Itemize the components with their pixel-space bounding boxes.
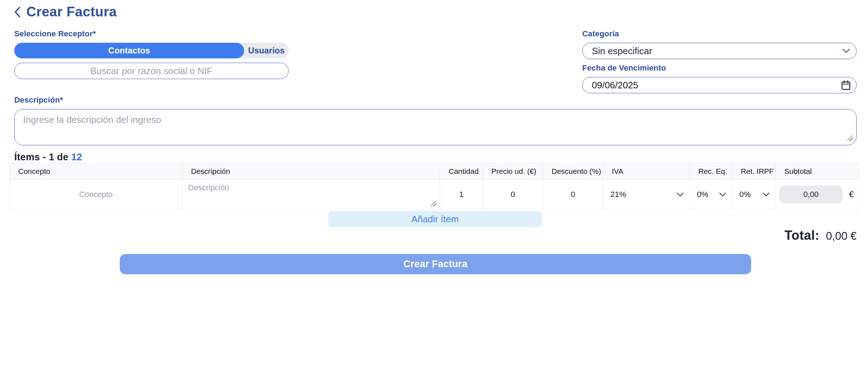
col-header-iva: IVA: [603, 163, 690, 180]
receptor-label: Seleccione Receptor*: [14, 29, 289, 38]
chevron-down-icon: [719, 192, 726, 197]
chevron-down-icon: [842, 48, 851, 53]
table-header-row: Concepto Descripción Cantidad Precio ud.…: [10, 163, 859, 180]
page-header: Crear Factura: [13, 4, 117, 20]
vencimiento-date-input[interactable]: 09/06/2025: [582, 77, 857, 93]
iva-select[interactable]: 21%: [603, 180, 689, 209]
col-header-cantidad: Cantidad: [440, 163, 483, 180]
categoria-section: Categoría Sin especificar: [582, 29, 857, 59]
chevron-down-icon: [677, 192, 684, 197]
vencimiento-section: Fecha de Vencimiento 09/06/2025: [582, 63, 857, 93]
ret-irpf-value: 0%: [739, 190, 751, 199]
currency-symbol: €: [849, 190, 854, 199]
vencimiento-label: Fecha de Vencimiento: [582, 63, 857, 73]
categoria-label: Categoría: [582, 29, 857, 38]
receptor-toggle: Contactos Usuarios: [14, 43, 289, 58]
descripcion-label: Descripción*: [14, 95, 857, 105]
cell-ret-irpf: 0%: [732, 180, 776, 209]
cell-descuento: [543, 180, 603, 209]
col-header-descuento: Descuento (%): [543, 163, 603, 180]
col-header-precio: Precio ud. (€): [483, 163, 543, 180]
receptor-section: Seleccione Receptor* Contactos Usuarios: [14, 29, 289, 79]
table-row: 21% 0%: [10, 180, 859, 209]
calendar-icon[interactable]: [841, 80, 851, 90]
descuento-input[interactable]: [543, 180, 603, 209]
total-row: Total: 0,00 €: [784, 228, 857, 243]
page-title: Crear Factura: [26, 4, 117, 20]
cell-concepto: [10, 180, 182, 209]
items-counter-text: Ítems - 1 de: [14, 152, 71, 162]
receptor-search-input[interactable]: [14, 63, 289, 79]
cell-subtotal: €: [776, 180, 859, 209]
vencimiento-value: 09/06/2025: [592, 80, 847, 91]
tab-usuarios[interactable]: Usuarios: [244, 43, 289, 58]
item-descripcion-textarea[interactable]: [182, 180, 440, 208]
precio-input[interactable]: [483, 180, 543, 209]
col-header-concepto: Concepto: [10, 163, 182, 180]
items-counter: Ítems - 1 de 12: [14, 152, 82, 163]
chevron-down-icon: [763, 192, 770, 197]
items-table: Concepto Descripción Cantidad Precio ud.…: [9, 163, 859, 209]
cell-cantidad: [440, 180, 483, 209]
cell-iva: 21%: [603, 180, 690, 209]
create-invoice-button[interactable]: Crear Factura: [120, 254, 751, 274]
categoria-value: Sin especificar: [592, 46, 847, 57]
add-item-button[interactable]: Añadir ítem: [328, 211, 542, 227]
categoria-select[interactable]: Sin especificar: [582, 43, 857, 59]
tab-contactos[interactable]: Contactos: [14, 43, 244, 58]
back-icon[interactable]: [13, 6, 21, 19]
col-header-subtotal: Subtotal: [776, 163, 859, 180]
iva-value: 21%: [610, 190, 626, 199]
total-label: Total:: [784, 228, 819, 243]
col-header-ret-irpf: Ret. IRPF: [732, 163, 776, 180]
descripcion-section: Descripción*: [14, 95, 857, 147]
concepto-input[interactable]: [10, 180, 182, 209]
rec-eq-select[interactable]: 0%: [690, 180, 732, 209]
ret-irpf-select[interactable]: 0%: [732, 180, 775, 209]
rec-eq-value: 0%: [697, 190, 708, 199]
cell-rec-eq: 0%: [690, 180, 732, 209]
cell-precio: [483, 180, 543, 209]
col-header-descripcion: Descripción: [182, 163, 440, 180]
subtotal-input[interactable]: [779, 186, 843, 203]
total-value: 0,00 €: [826, 230, 857, 243]
cantidad-input[interactable]: [440, 180, 482, 209]
col-header-rec-eq: Rec. Eq.: [690, 163, 732, 180]
cell-descripcion: [182, 180, 440, 209]
descripcion-textarea[interactable]: [14, 109, 857, 145]
items-counter-total[interactable]: 12: [71, 152, 82, 162]
